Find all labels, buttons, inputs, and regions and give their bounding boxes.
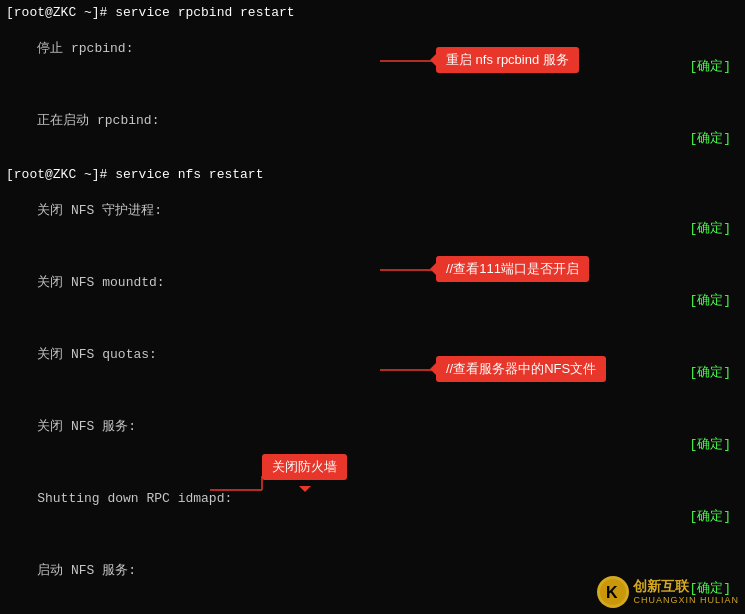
- status-ok: [确定]: [689, 58, 731, 76]
- callout-firewall: 关闭防火墙: [262, 454, 347, 480]
- terminal-line: 停止 rpcbind: [确定]: [6, 22, 739, 94]
- watermark: K 创新互联 CHUANGXIN HULIAN: [597, 576, 739, 608]
- terminal-line: 关闭 NFS quotas: [确定]: [6, 328, 739, 400]
- line-text: 正在启动 rpcbind:: [37, 113, 159, 128]
- status-ok: [确定]: [689, 364, 731, 382]
- terminal: [root@ZKC ~]# service rpcbind restart 停止…: [0, 0, 745, 614]
- watermark-line2: CHUANGXIN HULIAN: [633, 595, 739, 607]
- callout-restart-nfs: 重启 nfs rpcbind 服务: [436, 47, 579, 73]
- status-ok: [确定]: [689, 436, 731, 454]
- status-ok: [确定]: [689, 130, 731, 148]
- brand-icon: K: [599, 578, 627, 606]
- status-ok: [确定]: [689, 220, 731, 238]
- terminal-line: 关闭 NFS moundtd: [确定]: [6, 256, 739, 328]
- callout-nfs-files: //查看服务器中的NFS文件: [436, 356, 606, 382]
- terminal-line: [root@ZKC ~]# service rpcbind restart: [6, 4, 739, 22]
- watermark-line1: 创新互联: [633, 577, 739, 595]
- terminal-line: 关闭 NFS 服务: [确定]: [6, 400, 739, 472]
- watermark-logo: K: [597, 576, 629, 608]
- status-ok: [确定]: [689, 292, 731, 310]
- line-text: 停止 rpcbind:: [37, 41, 133, 56]
- callout-port-check: //查看111端口是否开启: [436, 256, 589, 282]
- status-ok: [确定]: [689, 508, 731, 526]
- terminal-line: 关闭 NFS 守护进程: [确定]: [6, 184, 739, 256]
- watermark-text: 创新互联 CHUANGXIN HULIAN: [633, 577, 739, 607]
- terminal-line: 正在启动 rpcbind: [确定]: [6, 94, 739, 166]
- terminal-line: [root@ZKC ~]# service nfs restart: [6, 166, 739, 184]
- terminal-line: Shutting down RPC idmapd: [确定]: [6, 472, 739, 544]
- svg-text:K: K: [606, 584, 618, 601]
